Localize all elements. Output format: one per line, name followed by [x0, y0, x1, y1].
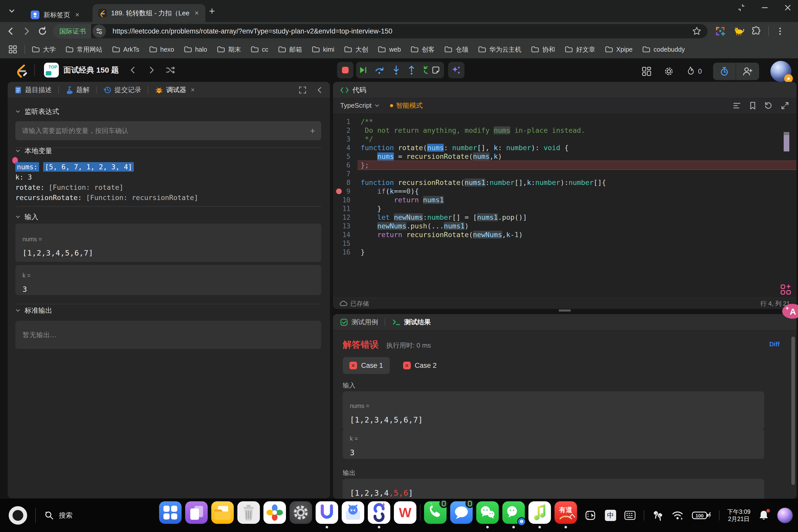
add-watch-icon[interactable]: +: [310, 126, 315, 136]
app-deveco-studio[interactable]: [316, 501, 338, 528]
code-line-11[interactable]: 11 }: [333, 204, 796, 213]
keyboard-icon[interactable]: [624, 510, 636, 521]
code-line-9[interactable]: 9 if(k===0){: [333, 187, 796, 196]
timer-button[interactable]: [713, 63, 736, 80]
bookmark-folder-7[interactable]: 邮箱: [278, 45, 302, 54]
left-tab-0[interactable]: 题目描述: [14, 86, 52, 94]
code-line-8[interactable]: 8 function recursionRotate(nums1:number[…: [333, 178, 796, 187]
debug-continue-icon[interactable]: [359, 66, 367, 74]
layout-icon[interactable]: [641, 66, 652, 77]
code-line-16[interactable]: 16 }: [333, 248, 796, 256]
panel-resize-handle[interactable]: [558, 309, 571, 311]
line-number[interactable]: 9: [333, 188, 358, 195]
input-method-indicator[interactable]: 中: [605, 510, 616, 521]
notes-button[interactable]: [428, 62, 444, 78]
earbuds-icon[interactable]: [652, 510, 663, 521]
debug-input-box[interactable]: k = 3: [15, 265, 321, 295]
bookmark-folder-9[interactable]: 大创: [344, 45, 368, 54]
editor-scrollbar-thumb[interactable]: [784, 135, 789, 151]
line-number[interactable]: 2: [333, 127, 358, 134]
app-trash[interactable]: [238, 501, 260, 528]
new-tab-button[interactable]: +: [209, 5, 215, 17]
bookmark-folder-1[interactable]: 常用网站: [65, 45, 102, 54]
line-number[interactable]: 5: [333, 153, 358, 160]
forward-icon[interactable]: [21, 26, 32, 36]
random-problem-icon[interactable]: [166, 65, 175, 75]
line-number[interactable]: 15: [333, 240, 358, 247]
app-gallery[interactable]: [263, 501, 286, 528]
bookmark-star-icon[interactable]: [691, 26, 702, 36]
input-section-header[interactable]: 输入: [15, 212, 38, 222]
bookmark-folder-15[interactable]: 好文章: [565, 45, 595, 54]
app-messages[interactable]: [450, 501, 473, 528]
app-wechat[interactable]: [476, 501, 499, 528]
clock[interactable]: 下午3:09 2月21日: [727, 508, 750, 522]
debug-input-box[interactable]: nums = [1,2,3,4,5,6,7]: [15, 224, 321, 262]
line-number[interactable]: 4: [333, 144, 358, 152]
expand-panel-icon[interactable]: [298, 86, 307, 94]
bookmark-folder-8[interactable]: kimi: [312, 46, 334, 53]
local-variable-row[interactable]: k: 3: [15, 172, 32, 182]
locals-section-header[interactable]: 本地变量: [15, 146, 52, 155]
bookmark-folder-0[interactable]: 大学: [32, 45, 56, 54]
fullscreen-editor-icon[interactable]: [781, 101, 789, 110]
test-output-box[interactable]: [1,2,3,4,5,6]: [343, 479, 764, 499]
bookmark-folder-16[interactable]: Xpipe: [605, 46, 632, 53]
extensions-puzzle-icon[interactable]: [751, 26, 762, 37]
wifi-icon[interactable]: [671, 510, 684, 521]
app-wecom[interactable]: ❶: [502, 501, 525, 528]
case-tab-1[interactable]: ✕ Case 1: [343, 357, 390, 374]
tab-close-icon[interactable]: ×: [74, 11, 80, 19]
test-input-box[interactable]: nums = [1,2,3,4,5,6,7]: [343, 391, 764, 430]
line-number[interactable]: 1: [333, 118, 358, 126]
line-number[interactable]: 7: [333, 170, 358, 178]
address-bar[interactable]: 国际证书 https://leetcode.cn/problems/rotate…: [53, 24, 707, 38]
line-number[interactable]: 8: [333, 179, 358, 187]
code-line-6[interactable]: 6 };: [333, 161, 796, 170]
next-problem-icon[interactable]: [147, 66, 156, 74]
stdout-section-header[interactable]: 标准输出: [15, 306, 52, 315]
bookmark-folder-5[interactable]: 期末: [217, 45, 241, 54]
code-line-4[interactable]: 4 function rotate(nums: number[], k: num…: [333, 144, 796, 152]
tab-search-button[interactable]: [5, 4, 19, 18]
tab-close-icon[interactable]: ×: [194, 9, 200, 17]
code-line-5[interactable]: 5 nums = recursionRotate(nums,k): [333, 152, 796, 161]
line-number[interactable]: 11: [333, 205, 358, 212]
line-number[interactable]: 6: [333, 162, 358, 169]
reload-icon[interactable]: [37, 26, 48, 36]
tab-testresult[interactable]: 测试结果: [392, 318, 431, 327]
app-launchpad[interactable]: [159, 501, 182, 528]
code-line-2[interactable]: 2 Do not return anything, modify nums in…: [333, 126, 796, 135]
local-variable-row[interactable]: nums: [5, 6, 7, 1, 2, 3, 4]: [15, 162, 134, 172]
leetcode-logo[interactable]: [14, 62, 27, 78]
gear-icon[interactable]: [663, 66, 674, 77]
screenshot-extension-icon[interactable]: [715, 25, 726, 37]
code-line-12[interactable]: 12 let newNums:number[] = [nums1.pop()]: [333, 213, 796, 222]
code-line-7[interactable]: 7: [333, 170, 796, 178]
translate-toggle-button[interactable]: [779, 282, 793, 297]
reset-code-icon[interactable]: [764, 101, 773, 110]
app-phone[interactable]: [424, 501, 446, 528]
restore-window-icon[interactable]: [738, 4, 746, 12]
step-out-icon[interactable]: [408, 65, 415, 75]
watch-expression-input[interactable]: 请输入需要监听的变量，按回车确认 +: [15, 121, 321, 140]
local-variable-row[interactable]: rotate: [Function: rotate]: [15, 182, 123, 192]
browser-tab-1[interactable]: 189. 轮转数组 - 力扣（Lee ×: [93, 4, 205, 22]
app-codearts[interactable]: [342, 501, 364, 528]
close-window-icon[interactable]: [784, 4, 792, 12]
battery-indicator[interactable]: 100: [692, 510, 711, 520]
left-tab-3[interactable]: 调试器 ×: [155, 86, 195, 94]
bookmark-folder-11[interactable]: 创客: [411, 45, 435, 54]
line-number[interactable]: 13: [333, 222, 358, 230]
app-qq-music[interactable]: [528, 501, 551, 528]
notifications-button[interactable]: [758, 510, 770, 521]
ai-assistant-button[interactable]: [448, 62, 464, 78]
bookmark-folder-6[interactable]: cc: [251, 46, 268, 53]
line-number[interactable]: 16: [333, 248, 358, 256]
case-tab-2[interactable]: ✕ Case 2: [396, 357, 443, 374]
tracking-controls-icon[interactable]: [93, 24, 106, 38]
apps-grid-icon[interactable]: [8, 44, 18, 55]
user-avatar[interactable]: ★: [771, 61, 791, 82]
back-icon[interactable]: [6, 26, 16, 36]
bookmark-folder-13[interactable]: 华为云主机: [478, 45, 521, 54]
